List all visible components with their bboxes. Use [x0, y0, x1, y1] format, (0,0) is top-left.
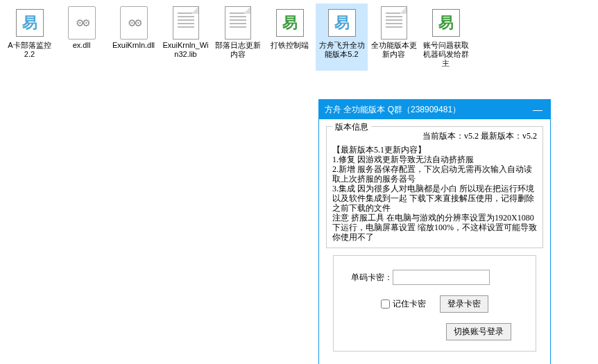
- file-item[interactable]: A卡部落监控2.2: [3, 3, 55, 71]
- titlebar[interactable]: 方舟 全功能版本 Q群（238909481） —: [319, 100, 550, 119]
- file-label: 账号问题获取机器码发给群主: [421, 41, 470, 68]
- version-legend: 版本信息: [332, 121, 371, 133]
- version-info-group: 版本信息 当前版本：v5.2 最新版本：v5.2 【最新版本5.1更新内容】 1…: [326, 126, 543, 248]
- current-version: v5.2: [464, 131, 479, 141]
- yi-icon: [325, 6, 359, 40]
- check-row: 记住卡密 登录卡密: [344, 295, 525, 313]
- file-label: ExuiKrnln_Win32.lib: [161, 41, 210, 59]
- file-label: 部落日志更新内容: [213, 41, 262, 59]
- dll-icon: [65, 6, 99, 40]
- dialog-body: 版本信息 当前版本：v5.2 最新版本：v5.2 【最新版本5.1更新内容】 1…: [319, 119, 550, 364]
- changelog-text: 【最新版本5.1更新内容】 1.修复 因游戏更新导致无法自动挤挤服 2.新增 服…: [332, 145, 537, 242]
- current-version-label: 当前版本：: [422, 131, 464, 141]
- remember-checkbox[interactable]: [381, 300, 390, 309]
- file-label: A卡部落监控2.2: [5, 41, 54, 59]
- remember-checkbox-wrap[interactable]: 记住卡密: [381, 298, 426, 310]
- minimize-icon[interactable]: —: [531, 104, 545, 115]
- file-label: ExuiKrnln.dll: [112, 41, 155, 50]
- file-item[interactable]: 部落日志更新内容: [212, 3, 264, 71]
- file-label: 打铁控制端: [271, 41, 309, 50]
- latest-version-label: 最新版本：: [481, 131, 522, 141]
- txt-icon: [377, 6, 411, 40]
- file-label: 方舟飞升全功能版本5.2: [317, 41, 366, 59]
- card-label: 单码卡密：: [344, 272, 393, 284]
- lib-icon: [169, 6, 203, 40]
- desktop-area: A卡部落监控2.2 ex.dll ExuiKrnln.dll ExuiKrnln…: [0, 0, 598, 71]
- file-label: 全功能版本更新内容: [369, 41, 418, 59]
- remember-label: 记住卡密: [393, 298, 426, 310]
- file-item[interactable]: 账号问题获取机器码发给群主: [420, 3, 472, 71]
- card-row: 单码卡密：: [344, 270, 525, 285]
- latest-version: v5.2: [522, 131, 537, 141]
- login-dialog: 方舟 全功能版本 Q群（238909481） — 版本信息 当前版本：v5.2 …: [318, 99, 551, 364]
- login-button[interactable]: 登录卡密: [440, 295, 488, 313]
- switch-row: 切换账号登录: [344, 323, 525, 340]
- file-item[interactable]: ExuiKrnln_Win32.lib: [160, 3, 212, 71]
- yi-icon: [13, 6, 46, 40]
- login-group: 单码卡密： 记住卡密 登录卡密 切换账号登录: [333, 255, 536, 352]
- yi-green-icon: [429, 6, 463, 40]
- window-title: 方舟 全功能版本 Q群（238909481）: [325, 104, 531, 116]
- card-input[interactable]: [393, 270, 490, 285]
- file-label: ex.dll: [73, 41, 91, 50]
- file-item[interactable]: 打铁控制端: [264, 3, 316, 71]
- switch-account-button[interactable]: 切换账号登录: [446, 323, 511, 340]
- file-item[interactable]: ex.dll: [55, 3, 108, 71]
- txt-icon: [221, 6, 255, 40]
- file-item-selected[interactable]: 方舟飞升全功能版本5.2: [316, 3, 368, 71]
- dll-icon: [117, 6, 151, 40]
- file-item[interactable]: 全功能版本更新内容: [368, 3, 420, 71]
- file-item[interactable]: ExuiKrnln.dll: [108, 3, 160, 71]
- yi-green-icon: [273, 6, 307, 40]
